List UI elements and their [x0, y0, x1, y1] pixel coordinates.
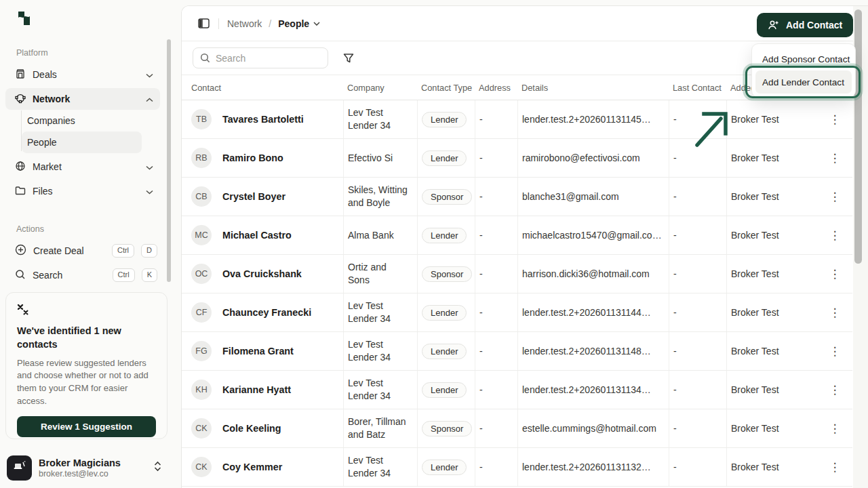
- add-contact-button[interactable]: Add Contact: [757, 13, 853, 37]
- table-row[interactable]: MC Michael Castro Alma Bank Lender - mic…: [182, 216, 852, 255]
- contact-type-badge: Lender: [422, 382, 467, 398]
- filter-icon[interactable]: [343, 53, 354, 64]
- breadcrumb-page-label: People: [278, 18, 309, 29]
- chevron-up-icon: [146, 94, 153, 104]
- contact-type-badge: Lender: [422, 150, 467, 166]
- row-menu-button[interactable]: ⋮: [825, 264, 844, 283]
- sidebar-item-label: Files: [33, 186, 139, 197]
- action-label: Create Deal: [33, 245, 105, 256]
- column-header-last-contact[interactable]: Last Contact: [669, 83, 726, 93]
- table-row[interactable]: CK Coy Kemmer Lev Test Lender 34 Lender …: [182, 448, 852, 487]
- keycap: Ctrl: [112, 244, 134, 257]
- sidebar-item-companies[interactable]: Companies: [22, 110, 142, 131]
- address-cell: -: [475, 178, 517, 216]
- row-menu-button[interactable]: ⋮: [825, 226, 844, 245]
- avatar: TB: [191, 109, 212, 129]
- table-row[interactable]: RB Ramiro Bono Efectivo Si Lender - rami…: [182, 139, 852, 178]
- contact-type-badge: Sponsor: [422, 266, 472, 282]
- contact-name: Cole Keeling: [222, 423, 281, 434]
- company-cell: Efectivo Si: [348, 152, 401, 165]
- suggestion-body: Please review suggested lenders and choo…: [17, 357, 156, 408]
- column-header-contact[interactable]: Contact: [182, 83, 343, 93]
- address-cell: -: [475, 100, 517, 138]
- company-cell: Lev Test Lender 34: [348, 300, 417, 325]
- contact-name: Ova Cruickshank: [222, 268, 302, 279]
- added-by-cell: Broker Test: [726, 448, 821, 486]
- added-by-cell: Broker Test: [726, 371, 821, 409]
- sidebar-item-network[interactable]: Network: [5, 88, 160, 110]
- row-menu-button[interactable]: ⋮: [825, 458, 844, 476]
- company-cell: Skiles, Witting and Boyle: [348, 184, 417, 209]
- column-header-contact-type[interactable]: Contact Type: [417, 83, 475, 93]
- table-row[interactable]: TB Tavares Bartoletti Lev Test Lender 34…: [182, 100, 852, 139]
- row-menu-button[interactable]: ⋮: [825, 419, 844, 438]
- globe-icon: [15, 161, 26, 174]
- table-row[interactable]: OC Ova Cruickshank Ortiz and Sons Sponso…: [182, 255, 852, 293]
- table-row[interactable]: KH Karianne Hyatt Lev Test Lender 34 Len…: [182, 371, 852, 409]
- action-label: Search: [33, 270, 106, 281]
- scrollbar-thumb[interactable]: [854, 9, 862, 264]
- contact-type-badge: Lender: [422, 305, 467, 321]
- company-cell: Lev Test Lender 34: [348, 338, 417, 364]
- table-row[interactable]: CK Cole Keeling Borer, Tillman and Batz …: [182, 409, 852, 448]
- details-cell: lender.test.2+202601131134…: [517, 371, 669, 409]
- avatar: KH: [191, 380, 212, 400]
- row-menu-button[interactable]: ⋮: [825, 148, 844, 167]
- row-menu-button[interactable]: ⋮: [825, 187, 844, 206]
- review-suggestion-button[interactable]: Review 1 Suggestion: [17, 416, 156, 437]
- column-header-details[interactable]: Details: [517, 83, 669, 93]
- breadcrumb-people[interactable]: People: [278, 18, 320, 29]
- sidebar-item-market[interactable]: Market: [5, 156, 160, 178]
- sidebar-item-people[interactable]: People: [22, 131, 142, 153]
- address-cell: -: [475, 139, 517, 177]
- row-menu-button[interactable]: ⋮: [825, 110, 844, 129]
- menu-item-add-sponsor-contact[interactable]: Add Sponsor Contact: [755, 47, 852, 70]
- row-menu-button[interactable]: ⋮: [825, 342, 844, 361]
- sidebar-item-files[interactable]: Files: [5, 180, 160, 202]
- sidebar-scrollbar[interactable]: [167, 39, 171, 282]
- keycap: D: [141, 244, 157, 257]
- suggestion-card: We've identified 1 new contacts Please r…: [5, 292, 167, 439]
- added-by-cell: Broker Test: [726, 332, 821, 370]
- row-menu-button[interactable]: ⋮: [825, 380, 844, 399]
- contact-name: Ramiro Bono: [222, 152, 283, 163]
- column-header-address[interactable]: Address: [475, 83, 517, 93]
- table-row[interactable]: FG Filomena Grant Lev Test Lender 34 Len…: [182, 332, 852, 371]
- contact-type-badge: Lender: [422, 228, 467, 243]
- avatar: CB: [191, 186, 212, 207]
- divider: [218, 18, 219, 29]
- chevron-down-icon: [313, 22, 320, 26]
- column-header-company[interactable]: Company: [343, 83, 417, 93]
- search-icon: [15, 269, 26, 282]
- row-menu-button[interactable]: ⋮: [825, 303, 844, 322]
- address-cell: -: [475, 448, 517, 486]
- sidebar-toggle-button[interactable]: [194, 14, 213, 33]
- sidebar-item-deals[interactable]: Deals: [5, 64, 160, 85]
- search-action[interactable]: Search Ctrl K: [5, 264, 163, 286]
- avatar: CF: [191, 302, 212, 323]
- search-input[interactable]: [216, 53, 311, 64]
- sidebar-item-label: Deals: [33, 69, 139, 80]
- create-deal-action[interactable]: Create Deal Ctrl D: [5, 240, 163, 262]
- added-by-cell: Broker Test: [726, 178, 821, 216]
- contact-type-badge: Lender: [422, 344, 467, 359]
- last-contact-cell: -: [669, 448, 726, 486]
- add-contact-label: Add Contact: [786, 20, 842, 30]
- table-row[interactable]: CB Crystel Boyer Skiles, Witting and Boy…: [182, 178, 852, 216]
- last-contact-cell: -: [669, 100, 726, 138]
- breadcrumb-network[interactable]: Network: [227, 18, 262, 29]
- last-contact-cell: -: [669, 293, 726, 331]
- company-cell: Alma Bank: [348, 229, 402, 242]
- contact-name: Karianne Hyatt: [222, 384, 291, 395]
- details-cell: blanche31@gmail.com: [517, 178, 669, 216]
- actions-section-label: Actions: [16, 224, 44, 234]
- company-cell: Borer, Tillman and Batz: [348, 415, 417, 441]
- workspace-switcher[interactable]: Broker Magicians broker.test@lev.co: [7, 453, 170, 483]
- added-by-cell: Broker Test: [726, 409, 821, 447]
- plus-circle-icon: [15, 244, 26, 258]
- address-cell: -: [475, 371, 517, 409]
- table-row[interactable]: CF Chauncey Franecki Lev Test Lender 34 …: [182, 293, 852, 332]
- contact-type-badge: Lender: [422, 460, 467, 475]
- search-box[interactable]: [193, 47, 328, 68]
- menu-item-add-lender-contact[interactable]: Add Lender Contact: [755, 70, 852, 94]
